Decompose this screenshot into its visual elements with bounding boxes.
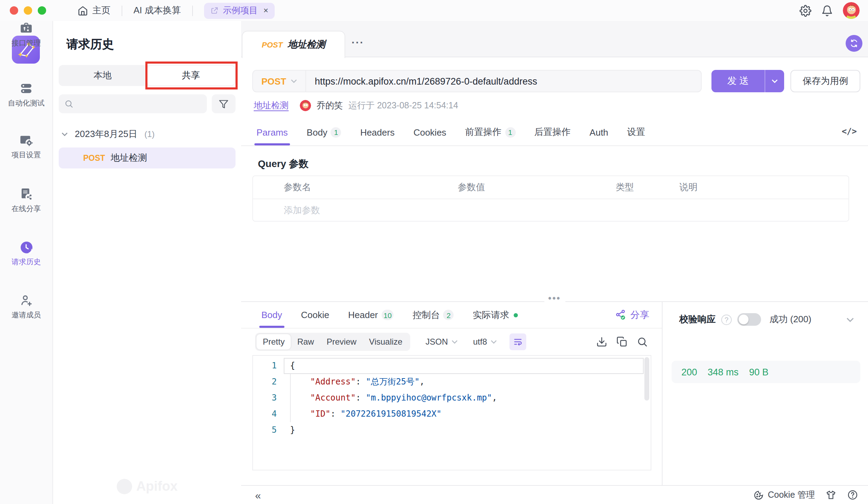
response-tab-cookie[interactable]: Cookie — [301, 302, 329, 328]
response-tab-header[interactable]: Header10 — [348, 302, 394, 328]
sidebar-item-api-management[interactable]: 接口管理 — [0, 21, 52, 55]
apifox-fox-icon — [117, 479, 132, 494]
send-options-dropdown[interactable] — [765, 70, 784, 92]
request-history-panel: 请求历史 本地 共享 2023年8月25日 (1) POST 地址检测 Apif… — [53, 21, 242, 504]
environment-sync-button[interactable] — [846, 35, 862, 52]
close-window-button[interactable] — [10, 6, 18, 15]
maximize-window-button[interactable] — [38, 6, 46, 15]
search-icon[interactable] — [637, 336, 648, 347]
request-document-tab[interactable]: POST 地址检测 — [242, 31, 345, 58]
code-line[interactable]: 5} — [253, 422, 651, 438]
tab-label: Body — [261, 310, 282, 320]
divider — [122, 5, 122, 16]
sidebar-item-label: 请求历史 — [12, 257, 41, 267]
sidebar-item-automation-test[interactable]: 自动化测试 — [0, 81, 52, 115]
history-date-group[interactable]: 2023年8月25日 (1) — [62, 127, 155, 141]
response-body-editor[interactable]: 1{2 "Address": "总万街25号",3 "Account": "m.… — [252, 355, 651, 470]
add-param-placeholder: 添加参数 — [253, 204, 458, 217]
avatar[interactable] — [843, 2, 860, 19]
tab-params[interactable]: Params — [256, 119, 288, 145]
sidebar-item-label: 自动化测试 — [8, 99, 45, 108]
tab-cookies[interactable]: Cookies — [413, 119, 446, 145]
editor-scrollbar[interactable] — [644, 357, 649, 401]
tab-headers[interactable]: Headers — [360, 119, 395, 145]
gear-icon[interactable] — [800, 5, 811, 16]
line-number: 1 — [253, 358, 284, 374]
tab-label: Auth — [589, 127, 608, 137]
cookie-manager-button[interactable]: Cookie 管理 — [753, 489, 815, 501]
sidebar: 接口管理自动化测试项目设置在线分享请求历史邀请成员 — [0, 21, 53, 504]
workspace-name[interactable]: AI 成本换算 — [133, 4, 181, 17]
tab-前置操作[interactable]: 前置操作1 — [465, 119, 515, 145]
tab-label: 实际请求 — [473, 309, 509, 321]
chevron-down-icon — [62, 132, 68, 136]
download-icon[interactable] — [596, 336, 607, 347]
tab-local[interactable]: 本地 — [59, 65, 146, 86]
more-tabs-button[interactable]: ··· — [352, 36, 364, 48]
api-link[interactable]: 地址检测 — [254, 100, 289, 111]
filter-icon — [219, 99, 229, 109]
line-number: 5 — [253, 422, 284, 438]
tab-label: Cookie — [301, 310, 329, 320]
history-search-input[interactable] — [78, 98, 201, 109]
encoding-select[interactable]: utf8 — [473, 337, 497, 347]
tab-后置操作[interactable]: 后置操作 — [534, 119, 571, 145]
shirt-icon[interactable] — [825, 489, 837, 501]
response-tab-控制台[interactable]: 控制台2 — [413, 302, 454, 328]
sidebar-item-request-history[interactable]: 请求历史 — [0, 240, 52, 273]
home-button[interactable]: 主页 — [78, 4, 110, 17]
response-stats: 200 348 ms 90 B — [672, 361, 860, 383]
help-icon[interactable]: ? — [721, 314, 732, 325]
url-input[interactable]: https://mock.apifox.cn/m1/2689726-0-defa… — [306, 76, 545, 86]
code-line[interactable]: 3 "Account": "m.bppyihoc@owrfpcsxk.mp", — [253, 390, 651, 406]
minimize-window-button[interactable] — [24, 6, 32, 15]
view-mode-raw[interactable]: Raw — [291, 334, 320, 350]
method-select[interactable]: POST — [253, 71, 306, 92]
add-param-row[interactable]: 添加参数 — [253, 199, 848, 222]
panel-title: 请求历史 — [66, 36, 114, 52]
project-tab[interactable]: 示例项目 × — [204, 2, 275, 19]
code-line[interactable]: 1{ — [253, 358, 651, 374]
online-share-icon — [19, 187, 34, 201]
tab-label: Body — [307, 127, 327, 137]
close-icon[interactable]: × — [263, 6, 268, 15]
format-select[interactable]: JSON — [426, 337, 458, 347]
collapse-sidebar-icon[interactable]: « — [255, 490, 261, 500]
table-header-row: 参数名参数值类型说明 — [253, 176, 848, 199]
view-mode-preview[interactable]: Preview — [320, 334, 363, 350]
view-mode-switch: PrettyRawPreviewVisualize — [255, 333, 410, 351]
project-tab-label: 示例项目 — [223, 5, 258, 16]
view-mode-visualize[interactable]: Visualize — [363, 334, 409, 350]
view-mode-pretty[interactable]: Pretty — [256, 334, 291, 350]
save-as-case-button[interactable]: 保存为用例 — [790, 70, 860, 92]
validate-response-toggle[interactable] — [737, 313, 761, 326]
share-button[interactable]: 分享 — [615, 309, 649, 321]
word-wrap-icon — [513, 337, 523, 347]
response-tab-实际请求[interactable]: 实际请求 — [473, 302, 518, 328]
share-nodes-icon — [615, 309, 627, 321]
help-icon[interactable] — [847, 489, 858, 501]
tab-body[interactable]: Body1 — [307, 119, 341, 145]
query-params-title: Query 参数 — [258, 158, 309, 171]
chevron-down-icon[interactable] — [846, 317, 854, 322]
word-wrap-button[interactable] — [509, 333, 526, 350]
filter-button[interactable] — [212, 94, 236, 113]
tab-设置[interactable]: 设置 — [627, 119, 645, 145]
line-number: 4 — [253, 406, 284, 422]
sidebar-item-invite-members[interactable]: 邀请成员 — [0, 293, 52, 326]
sidebar-item-project-settings[interactable]: 项目设置 — [0, 133, 52, 166]
code-line[interactable]: 4 "ID": "20722619150819542X" — [253, 406, 651, 422]
tab-auth[interactable]: Auth — [589, 119, 608, 145]
copy-icon[interactable] — [616, 336, 628, 347]
history-item[interactable]: POST 地址检测 — [59, 147, 236, 168]
history-search[interactable] — [59, 94, 207, 113]
tab-shared[interactable]: 共享 — [147, 66, 235, 85]
request-config-tabs: ParamsBody1HeadersCookies前置操作1后置操作Auth设置… — [241, 119, 868, 146]
pane-splitter[interactable]: ••• — [241, 297, 868, 302]
send-button[interactable]: 发 送 — [711, 70, 784, 92]
code-line[interactable]: 2 "Address": "总万街25号", — [253, 374, 651, 390]
response-tab-body[interactable]: Body — [261, 302, 282, 328]
sidebar-item-online-share[interactable]: 在线分享 — [0, 187, 52, 220]
code-view-icon[interactable]: </> — [842, 127, 857, 136]
bell-icon[interactable] — [821, 5, 833, 16]
